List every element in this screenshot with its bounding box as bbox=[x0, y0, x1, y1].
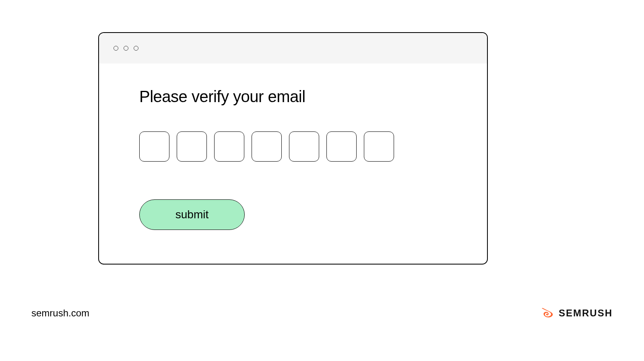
code-digit-2[interactable] bbox=[177, 131, 207, 162]
window-control-close-icon[interactable] bbox=[114, 46, 118, 51]
code-digit-6[interactable] bbox=[326, 131, 357, 162]
code-digit-5[interactable] bbox=[289, 131, 319, 162]
verification-code-inputs bbox=[139, 131, 447, 162]
window-control-maximize-icon[interactable] bbox=[134, 46, 138, 51]
footer-url: semrush.com bbox=[31, 308, 89, 319]
code-digit-1[interactable] bbox=[139, 131, 169, 162]
code-digit-3[interactable] bbox=[214, 131, 244, 162]
code-digit-4[interactable] bbox=[252, 131, 282, 162]
semrush-flame-icon bbox=[540, 307, 555, 319]
code-digit-7[interactable] bbox=[364, 131, 394, 162]
verify-email-heading: Please verify your email bbox=[139, 88, 447, 106]
window-title-bar bbox=[99, 33, 487, 64]
semrush-wordmark: SEMRUSH bbox=[559, 308, 613, 319]
browser-window: Please verify your email submit bbox=[98, 32, 488, 265]
page-footer: semrush.com SEMRUSH bbox=[0, 307, 644, 319]
semrush-logo: SEMRUSH bbox=[540, 307, 613, 319]
window-control-minimize-icon[interactable] bbox=[124, 46, 128, 51]
submit-button[interactable]: submit bbox=[139, 199, 245, 230]
form-content: Please verify your email submit bbox=[99, 64, 487, 230]
